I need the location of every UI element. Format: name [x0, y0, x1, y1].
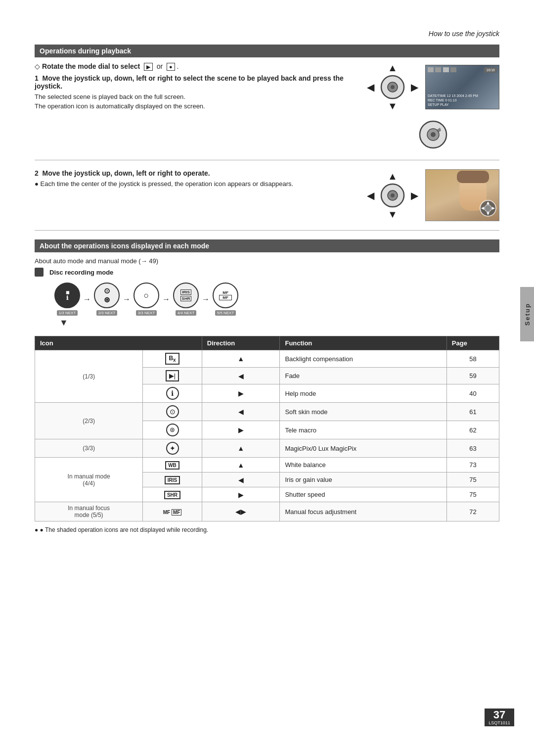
- icons-table: Icon Direction Function Page (1/3) Bx ▲ …: [35, 336, 499, 521]
- fade-icon: ▶|: [166, 370, 179, 381]
- label-2-3: (2/3): [35, 403, 143, 439]
- divider-2: [35, 230, 499, 231]
- magic-pix-icon: ✦: [166, 442, 179, 455]
- func-iris: Iris or gain value: [280, 472, 446, 487]
- mode-icon-4: IRIS SHR 4/4 NEXT: [173, 283, 199, 316]
- info-icon: ℹ: [166, 387, 179, 400]
- mode-badge-3: 3/3 NEXT: [136, 310, 157, 316]
- mode-icon-3: ○ 3/3 NEXT: [134, 283, 159, 316]
- arrow-left-1: ◀: [367, 81, 374, 93]
- play-icon-inline: ▶: [144, 63, 153, 71]
- screen-text3: SETUP PLAY: [428, 102, 497, 107]
- section3: About the operations icons displayed in …: [35, 239, 499, 328]
- joystick-svg-2: [380, 183, 405, 208]
- joystick-svg-1: [380, 75, 405, 99]
- icon-tele-macro: ⊛: [143, 421, 202, 439]
- dir-up-6: ▲: [202, 439, 280, 458]
- section1-left: ◇ Rotate the mode dial to select ▶ or ● …: [35, 62, 352, 112]
- section1-right: ▲ ◀ ▶ ▼ 16: [367, 62, 499, 151]
- th-direction: Direction: [202, 336, 280, 350]
- chain-arrow-1: →: [83, 295, 91, 304]
- section2-content: 2 Move the joystick up, down, left or ri…: [35, 169, 499, 221]
- func-soft-skin: Soft skin mode: [280, 403, 446, 421]
- step2-heading: 2 Move the joystick up, down, left or ri…: [35, 169, 352, 177]
- mode-circle-4: IRIS SHR: [173, 283, 199, 308]
- svg-point-9: [391, 193, 395, 197]
- disc-row: Disc recording mode: [35, 268, 499, 277]
- step1-num: 1: [35, 74, 39, 82]
- icon-magic-pix: ✦: [143, 439, 202, 458]
- svg-point-2: [391, 85, 395, 89]
- icon-fade: ▶|: [143, 368, 202, 384]
- arrow-cluster1: ▲ ◀ ▶ ▼: [367, 62, 418, 112]
- svg-point-5: [431, 132, 436, 137]
- mode-chain: ◼ℹ 1/3 NEXT → ⊙⊛ 2/3 NEXT → ○ 3/3 NEXT: [54, 283, 238, 316]
- icon-iris: IRIS: [143, 472, 202, 487]
- screen-counter: 16/16: [484, 67, 497, 73]
- dir-up-7: ▲: [202, 458, 280, 472]
- rec-icon-inline: ●: [167, 63, 175, 71]
- section3-sub-text: About auto mode and manual mode (→ 49): [35, 257, 158, 265]
- step2-note-text: Each time the center of the joystick is …: [40, 180, 293, 188]
- arrow-cluster2: ▲ ◀ ▶ ▼: [367, 171, 418, 220]
- chain-arrow-2: →: [123, 295, 131, 304]
- dir-up-1: ▲: [202, 350, 280, 368]
- side-tab: Setup: [520, 287, 534, 341]
- func-help: Help mode: [280, 384, 446, 403]
- mode-badge-4: 4/4 NEXT: [176, 310, 197, 316]
- page-63: 63: [446, 439, 499, 458]
- icon-shr: SHR: [143, 487, 202, 502]
- footer-bullet: ●: [35, 526, 38, 533]
- func-shr: Shutter speed: [280, 487, 446, 502]
- table-header-row: Icon Direction Function Page: [35, 336, 499, 350]
- label-manual: In manual mode(4/4): [35, 458, 143, 502]
- screen-text1: DATE/TIME 12 15 2004 2:45 PM: [428, 94, 497, 98]
- mode-icon-1: ◼ℹ 1/3 NEXT: [54, 283, 80, 316]
- chain-arrow-down: ▼: [59, 318, 68, 328]
- soft-skin-icon: ⊙: [166, 405, 179, 418]
- step1-text: Move the joystick up, down, left or righ…: [35, 74, 344, 90]
- mode-circle-1: ◼ℹ: [54, 283, 80, 308]
- arrow-up-2: ▲: [388, 171, 398, 182]
- mode-icon-2: ⊙⊛ 2/3 NEXT: [94, 283, 120, 316]
- mode-chain-container: ◼ℹ 1/3 NEXT → ⊙⊛ 2/3 NEXT → ○ 3/3 NEXT: [54, 283, 499, 328]
- section1-content: ◇ Rotate the mode dial to select ▶ or ● …: [35, 62, 499, 151]
- icon-info: ℹ: [143, 384, 202, 403]
- screen-thumbs: [428, 67, 457, 72]
- section3-title: About the operations icons displayed in …: [35, 239, 499, 252]
- th-page: Page: [446, 336, 499, 350]
- page-75-iris: 75: [446, 472, 499, 487]
- diamond-icon: ◇: [35, 62, 40, 70]
- section2-right: ▲ ◀ ▶ ▼: [367, 169, 499, 221]
- chain-arrow-3: →: [162, 295, 170, 304]
- page-code: LSQT1011: [489, 720, 510, 725]
- icon-mf: MF MF: [143, 502, 202, 521]
- table-row: (1/3) Bx ▲ Backlight compensation 58: [35, 350, 499, 368]
- mode-circle-3: ○: [134, 283, 159, 308]
- page-58: 58: [446, 350, 499, 368]
- section1-title: Operations during playback: [35, 45, 499, 57]
- icon-soft-skin: ⊙: [143, 403, 202, 421]
- page-number: 37: [493, 709, 505, 720]
- page-59: 59: [446, 368, 499, 384]
- page-header: How to use the joystick: [35, 30, 499, 38]
- table-row: (2/3) ⊙ ◀ Soft skin mode 61: [35, 403, 499, 421]
- func-tele-macro: Tele macro: [280, 421, 446, 439]
- dir-left-4: ◀: [202, 403, 280, 421]
- side-tab-label: Setup: [524, 303, 531, 326]
- page-72: 72: [446, 502, 499, 521]
- mode-icon-5: MF MF 5/5 NEXT: [213, 283, 238, 316]
- section2-left: 2 Move the joystick up, down, left or ri…: [35, 169, 352, 188]
- arrow-right-1: ▶: [411, 81, 418, 93]
- step2-text: Move the joystick up, down, left or righ…: [43, 169, 210, 177]
- step2-note: ● Each time the center of the joystick i…: [35, 180, 352, 188]
- page-61: 61: [446, 403, 499, 421]
- hair: [457, 171, 489, 183]
- step1-heading: 1 Move the joystick up, down, left or ri…: [35, 74, 352, 90]
- dir-right-5: ▶: [202, 421, 280, 439]
- page-container: How to use the joystick Operations durin…: [0, 0, 534, 756]
- mode-circle-2: ⊙⊛: [94, 283, 120, 308]
- bx-icon: Bx: [165, 353, 179, 365]
- dir-left-8: ◀: [202, 472, 280, 487]
- page-73: 73: [446, 458, 499, 472]
